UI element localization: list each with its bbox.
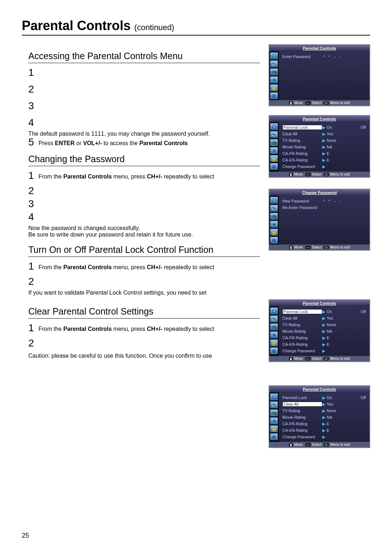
arrow-icon: ▶ xyxy=(322,145,325,149)
osd-row: Movie Rating▶NA xyxy=(282,414,366,420)
t: repeatedly to select xyxy=(162,326,214,332)
access-steps: 1 2 3 4 The default password is 1111, yo… xyxy=(28,67,260,147)
osd-footer: ▮Move —Select ⊙Menu to exit xyxy=(269,172,369,177)
f: Select xyxy=(312,245,322,249)
step-note: If you want to validate Parental Lock Co… xyxy=(28,290,260,296)
osd-title: Parental Controls xyxy=(269,45,369,52)
osd-label: TV Rating xyxy=(282,323,322,327)
osd-value: Yes xyxy=(327,132,366,136)
osd-icon: 📺 xyxy=(270,409,278,416)
osd-row: Movie Rating▶NA xyxy=(282,144,366,150)
osd-value: On xyxy=(327,309,361,314)
osd-row: CA-FR-Rating▶E xyxy=(282,151,366,156)
osd-label: Change Password xyxy=(282,435,322,439)
f: Move xyxy=(294,357,303,361)
osd-icon: ⚙ xyxy=(270,237,278,244)
step-text xyxy=(38,67,260,70)
osd-row: Enter Password ＊＊ – – xyxy=(282,54,366,59)
osd-value: E xyxy=(327,428,366,432)
step-note: Now the password is changed successfully… xyxy=(28,225,260,231)
osd-row: Clear All▶Yes xyxy=(282,131,366,137)
step-text xyxy=(38,199,260,201)
caution-text: please be careful to use this function. … xyxy=(50,353,212,359)
osd-label: CA-EN-Rating xyxy=(282,158,322,162)
f: Move xyxy=(294,172,303,176)
f: Menu to exit xyxy=(330,443,350,447)
t: menu, press xyxy=(112,173,147,180)
arrow-icon: ▶ xyxy=(322,349,325,353)
clear-steps: 1 From the Parental Controls menu, press… xyxy=(28,323,260,359)
arrow-icon: ▶ xyxy=(322,342,325,347)
arrow-icon: ▶ xyxy=(322,435,325,439)
osd-value: On xyxy=(327,125,361,130)
t: repeatedly to select xyxy=(162,264,214,270)
f: Select xyxy=(312,172,322,176)
osd-label: New Password xyxy=(282,199,322,203)
t: From the xyxy=(38,173,63,180)
osd-value: ＊＊ – – xyxy=(322,198,366,204)
osd-icon: ✴ xyxy=(270,417,278,424)
f: Select xyxy=(312,101,322,105)
step-num: 5 xyxy=(28,137,38,147)
osd-icon: 🖵 xyxy=(270,393,278,401)
arrow-icon: ▶ xyxy=(322,395,325,400)
osd-row: Change Password▶ xyxy=(282,348,366,354)
title-text: Parental Controls xyxy=(22,18,131,33)
step-num: 3 xyxy=(28,101,38,111)
t: to access the xyxy=(102,140,139,146)
section-heading-lock: Turn On or Off Parental Lock Control Fun… xyxy=(28,245,260,257)
step-num: 4 xyxy=(28,118,38,128)
osd-icon: 🔒 xyxy=(270,84,278,91)
osd-value: NA xyxy=(327,329,366,333)
osd-value: E xyxy=(327,158,366,162)
osd-row: Parental Lock▶OnOff xyxy=(282,395,366,401)
step-num: 2 xyxy=(28,84,38,94)
osd-icon: 🔊 xyxy=(270,205,278,212)
step-note: The default password is 1111, you may ch… xyxy=(28,131,260,137)
t: CH+/- xyxy=(147,326,162,332)
osd-icon: 🔒 xyxy=(270,339,278,346)
osd-value: None xyxy=(327,138,366,143)
osd-icon: ⚙ xyxy=(270,433,278,440)
osd-icon: ✴ xyxy=(270,76,278,83)
arrow-icon: ▶ xyxy=(322,158,325,163)
arrow-icon: ▶ xyxy=(322,132,325,136)
osd-right: Off xyxy=(361,309,366,314)
osd-label: CA-FR-Rating xyxy=(282,151,322,156)
t: Parental Controls xyxy=(63,173,111,180)
step-num: 1 xyxy=(28,67,38,78)
osd-label: Clear All xyxy=(282,402,322,407)
f: Menu to exit xyxy=(330,101,350,105)
t: From the xyxy=(38,326,63,332)
osd-right: Off xyxy=(361,125,366,130)
t: CH+/- xyxy=(147,173,162,180)
osd-title: Parental Controls xyxy=(269,386,369,393)
osd-label: CA-EN-Rating xyxy=(282,342,322,346)
osd-icon: ✴ xyxy=(270,221,278,228)
osd-value: E xyxy=(327,151,366,156)
arrow-icon: ▶ xyxy=(322,336,325,340)
f: Menu to exit xyxy=(330,245,350,249)
osd-label: CA-FR-Rating xyxy=(282,336,322,340)
t: ENTER xyxy=(55,140,74,146)
step-num: 1 xyxy=(28,261,38,271)
osd-label: Parental Lock xyxy=(282,395,322,400)
osd-value: NA xyxy=(327,415,366,419)
left-column: Accessing the Parental Controls Menu 1 2… xyxy=(22,44,260,457)
step-text xyxy=(38,118,260,120)
step-text xyxy=(38,84,260,86)
f: Menu to exit xyxy=(330,172,350,176)
caution-label: Caution: xyxy=(28,353,50,359)
osd-value: None xyxy=(327,323,366,327)
osd-footer: ▮Move —Select ⊙Menu to exit xyxy=(269,356,369,361)
osd-icon: ⚙ xyxy=(270,347,278,354)
t: or xyxy=(75,140,83,146)
osd-icon-strip: 🖵 🔊 📺 ✴ 🔒 ⚙ xyxy=(269,52,279,100)
step-num: 4 xyxy=(28,212,38,222)
osd-icon: 🖵 xyxy=(270,307,278,315)
osd-footer: ▮Move —Select ⊙Menu to exit xyxy=(269,100,369,106)
f: Select xyxy=(312,443,322,447)
step-num: 2 xyxy=(28,276,38,287)
osd-value: ＊＊ – – xyxy=(322,54,366,59)
arrow-icon: ▶ xyxy=(322,164,325,169)
